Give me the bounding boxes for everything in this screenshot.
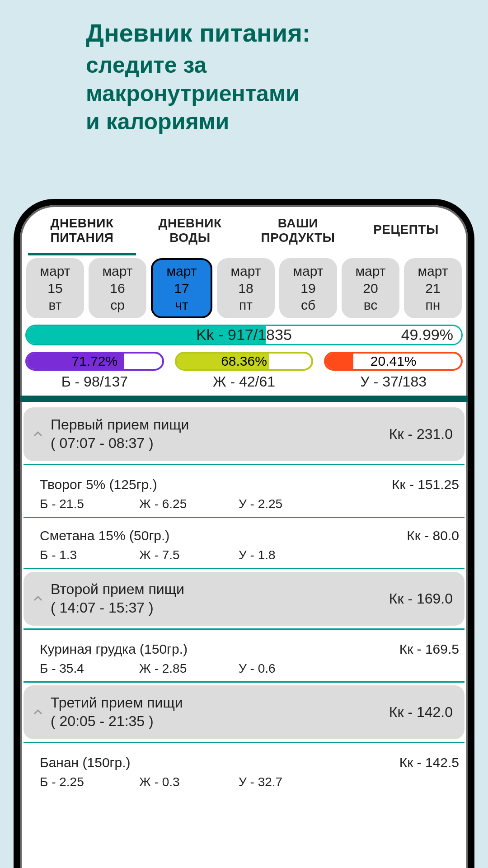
food-name: Банан (150гр.) <box>40 755 131 770</box>
food-carb: У - 1.8 <box>239 548 338 562</box>
date-month: март <box>279 263 337 280</box>
food-calories: Кк - 80.0 <box>407 528 459 543</box>
fat-label: Ж - 42/61 <box>175 373 314 390</box>
meal-title: Первый прием пищи ( 07:07 - 08:37 ) <box>51 415 383 453</box>
food-fat: Ж - 6.25 <box>139 497 239 511</box>
date-month: март <box>404 263 462 280</box>
promo-title: Дневник питания: <box>86 18 488 47</box>
food-item[interactable]: Сметана 15% (50гр.) Кк - 80.0 Б - 1.3 Ж … <box>23 521 465 569</box>
tab-your-products[interactable]: ВАШИ ПРОДУКТЫ <box>244 210 352 255</box>
food-fat: Ж - 2.85 <box>139 661 239 676</box>
date-month: март <box>217 263 275 280</box>
date-month: март <box>26 263 84 280</box>
meal-header-1[interactable]: Первый прием пищи ( 07:07 - 08:37 ) Кк -… <box>23 407 465 461</box>
food-carb: У - 0.6 <box>239 661 338 676</box>
date-day: 16 <box>89 280 146 297</box>
tab-food-diary[interactable]: ДНЕВНИК ПИТАНИЯ <box>28 210 136 255</box>
chevron-up-icon <box>32 706 44 718</box>
date-17-selected[interactable]: март 17 чт <box>151 258 212 318</box>
food-name: Сметана 15% (50гр.) <box>40 528 169 543</box>
date-weekday: пт <box>217 297 275 314</box>
macro-carb: 20.41% У - 37/183 <box>324 352 463 390</box>
date-20[interactable]: март 20 вс <box>342 258 399 318</box>
app-screen: ДНЕВНИК ПИТАНИЯ ДНЕВНИК ВОДЫ ВАШИ ПРОДУК… <box>20 205 468 795</box>
food-carb: У - 2.25 <box>239 497 338 511</box>
meal-time: ( 14:07 - 15:37 ) <box>51 599 383 618</box>
date-weekday: ср <box>89 297 146 314</box>
date-weekday: сб <box>279 297 337 314</box>
meal-header-3[interactable]: Третий прием пищи ( 20:05 - 21:35 ) Кк -… <box>23 685 465 739</box>
macro-fat: 68.36% Ж - 42/61 <box>175 352 314 390</box>
food-calories: Кк - 142.5 <box>399 755 459 770</box>
macro-protein: 71.72% Б - 98/137 <box>25 352 164 390</box>
food-name: Творог 5% (125гр.) <box>40 477 157 492</box>
calories-label: Kk - 917/1835 <box>27 326 461 344</box>
food-protein: Б - 21.5 <box>40 497 139 511</box>
carb-percent: 20.41% <box>326 354 461 369</box>
date-18[interactable]: март 18 пт <box>217 258 275 318</box>
calories-percent: 49.99% <box>401 326 453 344</box>
date-21[interactable]: март 21 пн <box>404 258 462 318</box>
date-strip: март 15 вт март 16 ср март 17 чт март 18… <box>23 258 465 318</box>
section-separator <box>20 396 468 402</box>
date-day: 20 <box>342 280 399 297</box>
top-tabs: ДНЕВНИК ПИТАНИЯ ДНЕВНИК ВОДЫ ВАШИ ПРОДУК… <box>23 210 465 255</box>
meal-calories: Кк - 231.0 <box>389 426 453 443</box>
food-protein: Б - 2.25 <box>40 775 139 789</box>
tab-water-diary[interactable]: ДНЕВНИК ВОДЫ <box>136 210 244 255</box>
chevron-up-icon <box>32 428 44 440</box>
date-day: 18 <box>217 280 275 297</box>
tab-recipes[interactable]: РЕЦЕПТЫ <box>352 210 460 255</box>
promo-header: Дневник питания: следите за макронутриен… <box>0 0 488 136</box>
protein-percent: 71.72% <box>27 354 162 369</box>
food-protein: Б - 35.4 <box>40 661 139 676</box>
date-day: 15 <box>26 280 84 297</box>
food-name: Куриная грудка (150гр.) <box>40 642 188 657</box>
date-day: 21 <box>404 280 462 297</box>
meal-title: Второй прием пищи ( 14:07 - 15:37 ) <box>51 580 383 618</box>
divider <box>23 464 465 465</box>
date-16[interactable]: март 16 ср <box>89 258 146 318</box>
date-weekday: чт <box>153 297 211 314</box>
date-day: 17 <box>153 280 211 297</box>
food-calories: Кк - 151.25 <box>392 477 459 492</box>
phone-frame: ДНЕВНИК ПИТАНИЯ ДНЕВНИК ВОДЫ ВАШИ ПРОДУК… <box>14 199 474 868</box>
date-19[interactable]: март 19 сб <box>279 258 337 318</box>
date-15[interactable]: март 15 вт <box>26 258 84 318</box>
meal-time: ( 20:05 - 21:35 ) <box>51 712 383 731</box>
meal-name: Первый прием пищи <box>51 415 383 434</box>
carb-label: У - 37/183 <box>324 373 463 390</box>
date-month: март <box>153 263 211 280</box>
meal-title: Третий прием пищи ( 20:05 - 21:35 ) <box>51 693 383 731</box>
protein-label: Б - 98/137 <box>25 373 164 390</box>
food-fat: Ж - 0.3 <box>139 775 239 789</box>
date-month: март <box>89 263 146 280</box>
meal-calories: Кк - 169.0 <box>389 590 453 607</box>
date-weekday: вт <box>26 297 84 314</box>
date-month: март <box>342 263 399 280</box>
date-day: 19 <box>279 280 337 297</box>
meal-time: ( 07:07 - 08:37 ) <box>51 434 383 453</box>
calories-progress: Kk - 917/1835 49.99% <box>25 325 463 345</box>
meal-calories: Кк - 142.0 <box>389 704 453 721</box>
chevron-up-icon <box>32 592 44 605</box>
fat-percent: 68.36% <box>177 354 312 369</box>
macros-row: 71.72% Б - 98/137 68.36% Ж - 42/61 20.41… <box>23 352 465 390</box>
food-carb: У - 32.7 <box>239 775 338 789</box>
food-item[interactable]: Банан (150гр.) Кк - 142.5 Б - 2.25 Ж - 0… <box>23 748 465 795</box>
meal-name: Третий прием пищи <box>51 693 383 712</box>
meal-name: Второй прием пищи <box>51 580 383 599</box>
divider <box>23 628 465 630</box>
food-protein: Б - 1.3 <box>40 548 139 562</box>
food-calories: Кк - 169.5 <box>399 642 459 657</box>
meal-header-2[interactable]: Второй прием пищи ( 14:07 - 15:37 ) Кк -… <box>23 572 465 626</box>
date-weekday: вс <box>342 297 399 314</box>
food-item[interactable]: Куриная грудка (150гр.) Кк - 169.5 Б - 3… <box>23 634 465 683</box>
divider <box>23 742 465 743</box>
date-weekday: пн <box>404 297 462 314</box>
food-fat: Ж - 7.5 <box>139 548 239 562</box>
promo-subtitle: следите за макронутриентами и калориями <box>86 51 488 136</box>
food-item[interactable]: Творог 5% (125гр.) Кк - 151.25 Б - 21.5 … <box>23 470 465 518</box>
